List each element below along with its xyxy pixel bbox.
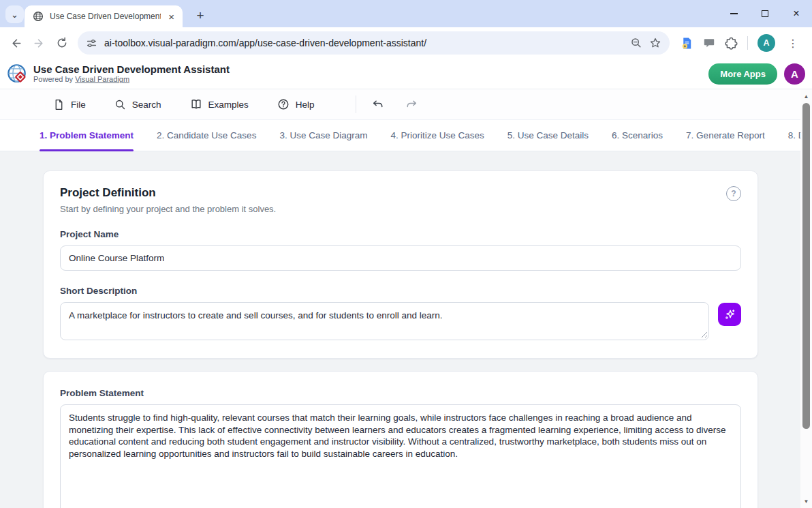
project-definition-card: Project Definition Start by defining you… bbox=[43, 170, 758, 359]
tab-title: Use Case Driven Development Assistant bbox=[50, 12, 161, 21]
forward-button[interactable] bbox=[27, 31, 50, 55]
help-icon bbox=[277, 98, 290, 110]
step-label: 3. Use Case Diagram bbox=[279, 130, 367, 140]
menu-examples-label: Examples bbox=[208, 100, 249, 110]
undo-icon bbox=[371, 98, 384, 111]
zoom-out-icon[interactable] bbox=[630, 37, 642, 49]
step-label: 7. Generate Report bbox=[686, 130, 765, 140]
step-label: 6. Scenarios bbox=[612, 130, 663, 140]
url-bar[interactable]: ai-toolbox.visual-paradigm.com/app/use-c… bbox=[78, 31, 670, 55]
back-button[interactable] bbox=[4, 31, 27, 55]
step-label: 2. Candidate Use Cases bbox=[157, 130, 256, 140]
browser-menu-kebab-icon[interactable]: ⋮ bbox=[785, 37, 801, 50]
book-icon bbox=[190, 98, 202, 110]
step-label: 5. Use Case Details bbox=[507, 130, 589, 140]
minimize-icon bbox=[730, 13, 738, 14]
step-label: 1. Problem Statement bbox=[40, 130, 134, 140]
help-question-icon[interactable]: ? bbox=[726, 186, 741, 201]
browser-toolbar: ai-toolbox.visual-paradigm.com/app/use-c… bbox=[0, 27, 812, 59]
menu-help-label: Help bbox=[296, 100, 315, 110]
card-title: Project Definition bbox=[60, 186, 276, 200]
chevron-down-icon: ⌄ bbox=[11, 10, 18, 20]
tab-candidate-use-cases[interactable]: 2. Candidate Use Cases bbox=[157, 120, 256, 151]
new-tab-button[interactable]: + bbox=[191, 6, 210, 25]
visual-paradigm-link[interactable]: Visual Paradigm bbox=[75, 75, 129, 83]
close-window-button[interactable]: × bbox=[781, 0, 812, 27]
step-label: 4. Prioritize Use Cases bbox=[390, 130, 484, 140]
close-tab-icon[interactable]: × bbox=[167, 12, 176, 22]
tab-generate-report[interactable]: 7. Generate Report bbox=[686, 120, 765, 151]
menu-bar: File Search Examples Help bbox=[0, 89, 812, 119]
main-area: File Search Examples Help bbox=[0, 89, 812, 508]
tab-use-case-diagram[interactable]: 3. Use Case Diagram bbox=[279, 120, 367, 151]
maximize-icon bbox=[762, 10, 768, 17]
powered-by-prefix: Powered by bbox=[33, 75, 73, 83]
menu-search[interactable]: Search bbox=[114, 99, 161, 110]
tab-search-button[interactable]: ⌄ bbox=[5, 5, 24, 23]
visual-paradigm-logo bbox=[7, 63, 28, 85]
scrollbar-up-icon[interactable]: ▲ bbox=[800, 91, 812, 102]
browser-tab[interactable]: Use Case Driven Development Assistant × bbox=[25, 5, 183, 27]
user-avatar[interactable]: A bbox=[784, 63, 805, 85]
more-apps-button[interactable]: More Apps bbox=[708, 63, 777, 85]
browser-profile-avatar[interactable]: A bbox=[758, 34, 775, 52]
step-navigation: 1. Problem Statement 2. Candidate Use Ca… bbox=[0, 119, 812, 151]
minimize-button[interactable] bbox=[718, 0, 749, 27]
search-icon bbox=[114, 99, 126, 110]
menu-file[interactable]: File bbox=[53, 99, 86, 110]
page-content: Project Definition Start by defining you… bbox=[0, 151, 812, 508]
window-controls: × bbox=[718, 0, 812, 27]
url-text[interactable]: ai-toolbox.visual-paradigm.com/app/use-c… bbox=[104, 38, 623, 48]
scrollbar-thumb[interactable] bbox=[802, 103, 810, 429]
menu-help[interactable]: Help bbox=[277, 98, 315, 110]
app-titles: Use Case Driven Development Assistant Po… bbox=[33, 63, 230, 84]
problem-statement-card: Problem Statement Students struggle to f… bbox=[43, 371, 758, 508]
short-description-label: Short Description bbox=[60, 286, 741, 296]
bookmark-star-icon[interactable] bbox=[649, 37, 661, 49]
project-name-label: Project Name bbox=[60, 229, 741, 239]
problem-statement-textarea[interactable]: Students struggle to find high-quality, … bbox=[60, 404, 741, 508]
menu-examples[interactable]: Examples bbox=[190, 98, 249, 110]
toolbar-divider bbox=[747, 36, 748, 50]
globe-favicon-icon bbox=[33, 11, 44, 22]
short-description-textarea[interactable]: A marketplace for instructors to create … bbox=[60, 302, 709, 340]
redo-button[interactable] bbox=[401, 93, 423, 115]
redo-icon bbox=[405, 98, 418, 111]
maximize-button[interactable] bbox=[749, 0, 781, 27]
extensions-puzzle-icon[interactable] bbox=[725, 37, 738, 50]
scrollbar-down-icon[interactable]: ▼ bbox=[800, 496, 812, 507]
menu-file-label: File bbox=[71, 100, 86, 110]
sparkles-icon bbox=[723, 308, 736, 321]
app-header: Use Case Driven Development Assistant Po… bbox=[0, 59, 812, 89]
browser-tab-strip: ⌄ Use Case Driven Development Assistant … bbox=[0, 0, 812, 27]
tab-use-case-details[interactable]: 5. Use Case Details bbox=[507, 120, 589, 151]
file-icon bbox=[53, 99, 65, 110]
site-settings-tune-icon[interactable] bbox=[86, 38, 97, 49]
card-subtitle: Start by defining your project and the p… bbox=[60, 204, 276, 214]
tab-scenarios[interactable]: 6. Scenarios bbox=[612, 120, 663, 151]
project-name-input[interactable] bbox=[60, 245, 741, 271]
docs-offline-extension-icon[interactable] bbox=[681, 37, 693, 50]
vertical-scrollbar[interactable]: ▲ ▼ bbox=[800, 89, 812, 508]
header-actions: More Apps A bbox=[708, 63, 805, 85]
tab-problem-statement[interactable]: 1. Problem Statement bbox=[40, 120, 134, 151]
menu-search-label: Search bbox=[132, 100, 161, 110]
undo-button[interactable] bbox=[367, 93, 389, 115]
app-title: Use Case Driven Development Assistant bbox=[33, 63, 230, 75]
close-icon: × bbox=[793, 8, 799, 20]
powered-by: Powered by Visual Paradigm bbox=[33, 75, 230, 84]
extension-area: A ⋮ bbox=[674, 34, 805, 52]
chat-extension-icon[interactable] bbox=[703, 37, 715, 49]
ai-generate-button[interactable] bbox=[718, 303, 741, 326]
tab-prioritize-use-cases[interactable]: 4. Prioritize Use Cases bbox=[390, 120, 484, 151]
browser-window: ⌄ Use Case Driven Development Assistant … bbox=[0, 0, 812, 508]
menu-divider bbox=[356, 95, 356, 113]
problem-statement-label: Problem Statement bbox=[60, 388, 741, 398]
reload-button[interactable] bbox=[50, 31, 74, 55]
